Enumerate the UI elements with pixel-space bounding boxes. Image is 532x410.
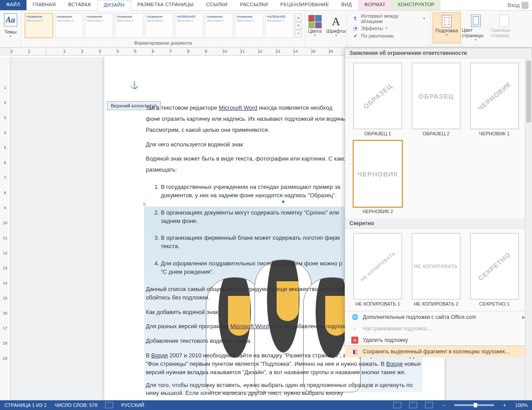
watermark-menu: 🌐 Дополнительные подложки с сайта Office… [345, 311, 532, 357]
wm-preset[interactable]: СЕКРЕТНОСЕКРЕТНО 1 [468, 233, 521, 307]
effects-icon: ◔ [352, 25, 358, 31]
style-gallery[interactable]: НазваниеЗаголовок 1 НазваниеЗаголовок 1 … [23, 11, 303, 40]
login-label: Вход [508, 2, 520, 8]
avatar-icon [521, 2, 528, 9]
anchor-icon: ⚓ [130, 81, 139, 89]
wm-preset[interactable]: ОБРАЗЕЦОБРАЗЕЦ 1 [351, 63, 404, 136]
save-icon: ◧ [351, 348, 358, 355]
group-options: ¶Интервал между абзацами▾ ◔Эффекты▾ ✔По … [347, 11, 431, 47]
themes-button[interactable]: Aa Темы ▾ [1, 11, 20, 40]
view-web-icon[interactable] [425, 402, 433, 408]
group-label-format: Форматирование документа [134, 40, 192, 46]
vertical-ruler[interactable]: 12345678910111213141516171819 [0, 57, 11, 400]
effects-button[interactable]: ◔Эффекты▾ [352, 25, 425, 31]
status-bar: СТРАНИЦА 1 ИЗ 2 ЧИСЛО СЛОВ: 578 РУССКИЙ … [0, 400, 532, 410]
tab-page-layout[interactable]: РАЗМЕТКА СТРАНИЦЫ [131, 0, 200, 10]
group-colors-fonts: Цвета▾ A Шрифты▾ [305, 11, 347, 47]
page-borders-button[interactable]: Границы страниц [491, 12, 517, 43]
tab-design[interactable]: ДИЗАЙН [97, 0, 131, 11]
paragraph-spacing-button[interactable]: ¶Интервал между абзацами▾ [352, 13, 425, 24]
set-default-button[interactable]: ✔По умолчанию [352, 33, 425, 39]
colors-button[interactable]: Цвета▾ [306, 13, 324, 39]
watermark-button[interactable]: Подложка▾ [433, 12, 461, 43]
tab-format[interactable]: ФОРМАТ [358, 0, 391, 10]
page-color-label: Цвет страницы [462, 27, 490, 38]
wm-preset[interactable]: ЧЕРНОВИКЧЕРНОВИК 1 [468, 63, 521, 136]
watermark-label: Подложка [435, 28, 458, 33]
colors-icon [308, 15, 322, 28]
status-words[interactable]: ЧИСЛО СЛОВ: 578 [55, 402, 98, 408]
login-link[interactable]: Вход [504, 0, 532, 10]
themes-icon: Aa [4, 13, 17, 27]
wm-section-secret: Секретно [345, 218, 532, 229]
tab-home[interactable]: ГЛАВНАЯ [27, 0, 62, 10]
page-borders-icon [498, 14, 511, 27]
tab-references[interactable]: ССЫЛКИ [200, 0, 234, 10]
watermark-icon [440, 15, 453, 28]
status-page[interactable]: СТРАНИЦА 1 ИЗ 2 [4, 402, 47, 408]
wm-more-office[interactable]: 🌐 Дополнительные подложки с сайта Office… [345, 311, 532, 323]
zoom-out-button[interactable]: − [441, 402, 446, 408]
gallery-arrows[interactable]: ▴▾▿ [295, 13, 301, 38]
group-doc-format: НазваниеЗаголовок 1 НазваниеЗаголовок 1 … [21, 11, 305, 47]
wm-preset[interactable]: НЕ КОПИРОВАТЬНЕ КОПИРОВАТЬ 2 [410, 233, 463, 307]
wm-preset[interactable]: НЕ КОПИРОВАТЬНЕ КОПИРОВАТЬ 1 [351, 233, 404, 307]
delete-icon: ✕ [351, 337, 358, 344]
wm-section-disclaimer: Заявления об ограничении ответственности [345, 48, 532, 58]
fonts-button[interactable]: A Шрифты▾ [327, 13, 346, 39]
tab-insert[interactable]: ВСТАВКА [62, 0, 97, 10]
ribbon: Aa Темы ▾ НазваниеЗаголовок 1 НазваниеЗа… [0, 11, 532, 48]
tab-mailings[interactable]: РАССЫЛКИ [234, 0, 274, 10]
wm-remove[interactable]: ✕ Удалить подложку [345, 334, 532, 346]
tab-constructor[interactable]: КОНСТРУКТОР [391, 0, 441, 10]
fonts-label: Шрифты [326, 28, 346, 34]
colors-label: Цвета [308, 28, 322, 34]
page-borders-label: Границы страниц [491, 27, 517, 38]
themes-label: Темы [4, 29, 17, 34]
zoom-in-button[interactable]: + [502, 402, 507, 408]
wm-custom: ▫ Настраиваемая подложка… [345, 323, 532, 334]
group-page-bg: Подложка▾ Цвет страницы▾ Границы страниц [431, 11, 519, 47]
page-icon: ▫ [351, 325, 358, 332]
tab-view[interactable]: ВИД [335, 0, 358, 10]
ribbon-tabs: ФАЙЛ ГЛАВНАЯ ВСТАВКА ДИЗАЙН РАЗМЕТКА СТР… [0, 0, 532, 11]
wm-preset[interactable]: ОБРАЗЕЦОБРАЗЕЦ 2 [410, 63, 463, 136]
view-read-icon[interactable] [393, 402, 401, 408]
spacing-icon: ¶ [352, 15, 358, 22]
zoom-level[interactable]: 100% [515, 402, 528, 408]
view-print-icon[interactable] [409, 402, 417, 408]
status-language[interactable]: РУССКИЙ [121, 402, 144, 408]
page-color-icon [469, 14, 483, 27]
tab-file[interactable]: ФАЙЛ [0, 0, 27, 10]
page-color-button[interactable]: Цвет страницы▾ [462, 12, 490, 43]
watermark-gallery-dropdown: Заявления об ограничении ответственности… [345, 48, 532, 346]
tab-review[interactable]: РЕЦЕНЗИРОВАНИЕ [274, 0, 335, 10]
check-icon: ✔ [352, 33, 358, 39]
wm-preset[interactable]: ЧЕРНОВИКЧЕРНОВИК 2 [351, 141, 404, 214]
proofing-icon[interactable] [105, 402, 113, 408]
group-themes: Aa Темы ▾ [0, 11, 21, 47]
chevron-down-icon: ▾ [10, 34, 11, 38]
fonts-icon: A [330, 15, 343, 28]
vertical-scrollbar[interactable] [525, 57, 532, 400]
globe-icon: 🌐 [351, 314, 358, 321]
wm-save-selection[interactable]: ◧ Сохранить выделенный фрагмент в коллек… [345, 346, 532, 357]
zoom-slider[interactable] [454, 404, 494, 406]
